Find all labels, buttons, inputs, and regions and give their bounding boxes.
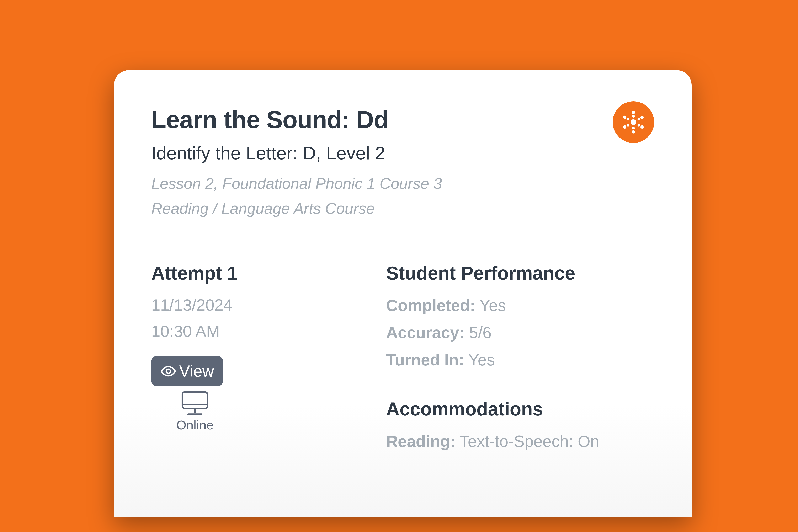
- attempt-date: 11/13/2024: [151, 292, 386, 318]
- eye-icon: [161, 363, 176, 379]
- attempt-heading: Attempt 1: [151, 263, 386, 284]
- performance-column: Student Performance Completed: Yes Accur…: [386, 263, 654, 455]
- reading-value: Text-to-Speech: On: [460, 432, 599, 450]
- card-header: Learn the Sound: Dd Identify the Letter:…: [151, 106, 654, 221]
- snowflake-icon: [620, 109, 647, 136]
- mode-indicator: Online: [166, 390, 224, 432]
- completed-value: Yes: [479, 296, 506, 315]
- accommodations-heading: Accommodations: [386, 398, 654, 420]
- svg-point-4: [637, 118, 640, 120]
- attempt-time: 10:30 AM: [151, 318, 386, 344]
- svg-rect-14: [183, 392, 208, 408]
- turned-in-row: Turned In: Yes: [386, 346, 654, 374]
- meta-line-2: Reading / Language Arts Course: [151, 196, 654, 221]
- reading-label: Reading:: [386, 432, 456, 450]
- lesson-subtitle: Identify the Letter: D, Level 2: [151, 142, 654, 164]
- svg-point-9: [623, 126, 627, 129]
- svg-point-13: [166, 369, 170, 373]
- svg-point-6: [637, 124, 640, 127]
- lesson-title: Learn the Sound: Dd: [151, 106, 654, 134]
- svg-point-8: [632, 127, 635, 129]
- meta-line-1: Lesson 2, Foundational Phonic 1 Course 3: [151, 171, 654, 196]
- svg-point-7: [632, 130, 635, 134]
- reading-row: Reading: Text-to-Speech: On: [386, 428, 654, 455]
- stage: Learn the Sound: Dd Identify the Letter:…: [0, 0, 798, 532]
- view-button-label: View: [179, 362, 214, 381]
- performance-heading: Student Performance: [386, 263, 654, 284]
- product-badge-icon: [613, 101, 654, 143]
- lesson-meta: Lesson 2, Foundational Phonic 1 Course 3…: [151, 171, 654, 221]
- content-columns: Attempt 1 11/13/2024 10:30 AM View: [151, 263, 654, 455]
- accuracy-value: 5/6: [469, 323, 491, 342]
- lesson-card: Learn the Sound: Dd Identify the Letter:…: [114, 70, 692, 517]
- accuracy-row: Accuracy: 5/6: [386, 319, 654, 346]
- svg-point-10: [627, 124, 629, 127]
- mode-label: Online: [176, 418, 214, 432]
- attempt-column: Attempt 1 11/13/2024 10:30 AM View: [151, 263, 386, 455]
- accuracy-label: Accuracy:: [386, 323, 464, 342]
- svg-point-1: [632, 111, 635, 114]
- svg-point-3: [641, 116, 644, 119]
- spacer: [386, 374, 654, 398]
- svg-point-11: [623, 116, 627, 119]
- svg-point-12: [627, 118, 629, 120]
- svg-point-2: [632, 115, 635, 118]
- svg-marker-0: [631, 119, 636, 125]
- turned-in-label: Turned In:: [386, 350, 464, 369]
- completed-label: Completed:: [386, 296, 475, 315]
- completed-row: Completed: Yes: [386, 292, 654, 319]
- turned-in-value: Yes: [468, 350, 495, 369]
- svg-point-5: [641, 126, 644, 129]
- monitor-icon: [179, 390, 210, 417]
- view-button[interactable]: View: [151, 356, 223, 386]
